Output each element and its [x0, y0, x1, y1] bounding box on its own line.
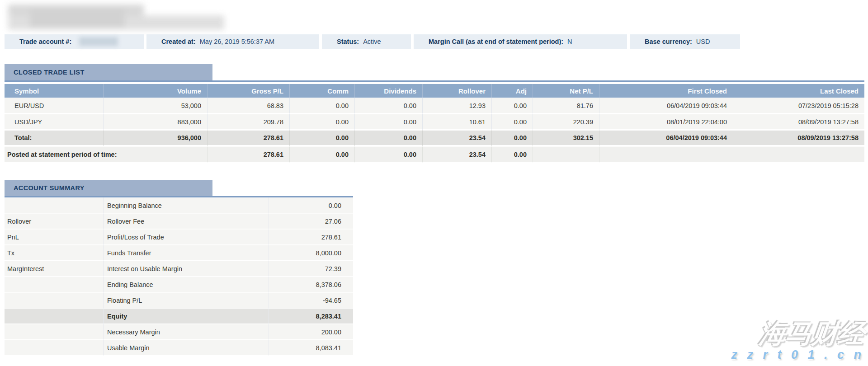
cell-value: 08/09/2019 13:27:58 — [733, 114, 864, 130]
summary-desc: Interest on Usable Margin — [103, 261, 269, 277]
summary-code: Rollover — [5, 213, 103, 229]
summary-code: MargInterest — [5, 261, 103, 277]
posted-value: 0.00 — [289, 146, 354, 163]
summary-desc: Ending Balance — [103, 277, 269, 292]
total-value: 278.61 — [207, 130, 289, 146]
cell-value: 12.93 — [422, 98, 491, 114]
summary-row: Ending Balance8,378.06 — [5, 277, 353, 292]
column-header-net-p-l: Net P/L — [533, 84, 599, 98]
summary-code — [5, 324, 103, 340]
posted-value — [533, 146, 599, 163]
summary-code — [5, 340, 103, 356]
cell-value: 81.76 — [533, 98, 599, 114]
column-header-rollover: Rollover — [422, 84, 491, 98]
total-row: Total:936,000278.610.000.0023.540.00302.… — [5, 130, 864, 146]
column-header-first-closed: First Closed — [599, 84, 733, 98]
total-value: 0.00 — [354, 130, 422, 146]
summary-code — [5, 277, 103, 292]
summary-val: 8,083.41 — [269, 340, 353, 356]
summary-val: 8,000.00 — [269, 245, 353, 261]
info-base-currency: Base currency: USD — [630, 34, 740, 49]
summary-val: 0.00 — [269, 197, 353, 213]
summary-code: PnL — [5, 229, 103, 245]
info-label: Base currency: — [645, 38, 692, 45]
cell-value: 68.83 — [207, 98, 289, 114]
info-label: Status: — [337, 38, 359, 45]
table-header-row: SymbolVolumeGross P/LCommDividendsRollov… — [5, 84, 864, 98]
trade-row: USD/JPY883,000209.780.000.0010.610.00220… — [5, 114, 864, 130]
redacted-account-number — [79, 37, 118, 46]
summary-desc: Usable Margin — [103, 340, 269, 356]
summary-row: Necessary Margin200.00 — [5, 324, 353, 340]
account-info-bar: Trade account #: Created at: May 26, 201… — [5, 34, 740, 49]
cell-value: 10.61 — [422, 114, 491, 130]
summary-row: Usable Margin8,083.41 — [5, 340, 353, 356]
section-title: CLOSED TRADE LIST — [14, 69, 85, 76]
total-value: 936,000 — [103, 130, 207, 146]
cell-symbol: EUR/USD — [5, 98, 103, 114]
summary-val: 200.00 — [269, 324, 353, 340]
cell-value: 0.00 — [289, 114, 354, 130]
info-label: Trade account #: — [19, 38, 71, 45]
summary-desc: Floating P/L — [103, 292, 269, 308]
summary-val: -94.65 — [269, 292, 353, 308]
total-value: 08/09/2019 13:27:58 — [733, 130, 864, 146]
watermark-chinese-text: 海马财经 — [758, 316, 866, 352]
info-status: Status: Active — [322, 34, 411, 49]
column-header-comm: Comm — [289, 84, 354, 98]
summary-val: 8,283.41 — [269, 308, 353, 324]
column-header-adj: Adj — [491, 84, 533, 98]
summary-val: 72.39 — [269, 261, 353, 277]
cell-value: 883,000 — [103, 114, 207, 130]
summary-row: Beginning Balance0.00 — [5, 197, 353, 213]
info-created-at: Created at: May 26, 2019 5:56:37 AM — [146, 34, 319, 49]
total-value: 06/04/2019 09:03:44 — [599, 130, 733, 146]
cell-value: 220.39 — [533, 114, 599, 130]
total-value: 23.54 — [422, 130, 491, 146]
summary-val: 27.06 — [269, 213, 353, 229]
statement-page: Trade account #: Created at: May 26, 201… — [0, 0, 868, 366]
cell-value: 08/01/2019 22:04:00 — [599, 114, 733, 130]
summary-code — [5, 308, 103, 324]
summary-row: MargInterestInterest on Usable Margin72.… — [5, 261, 353, 277]
summary-row: RolloverRollover Fee27.06 — [5, 213, 353, 229]
cell-value: 07/23/2019 05:15:28 — [733, 98, 864, 114]
closed-trade-list-table: SymbolVolumeGross P/LCommDividendsRollov… — [5, 84, 864, 163]
summary-val: 278.61 — [269, 229, 353, 245]
account-summary-table: Beginning Balance0.00RolloverRollover Fe… — [5, 197, 353, 356]
info-value: Active — [363, 38, 381, 45]
total-value: 0.00 — [289, 130, 354, 146]
cell-value: 209.78 — [207, 114, 289, 130]
summary-code: Tx — [5, 245, 103, 261]
posted-label: Posted at statement period of time: — [5, 146, 207, 163]
cell-value: 06/04/2019 09:03:44 — [599, 98, 733, 114]
summary-desc: Equity — [103, 308, 269, 324]
cell-value: 53,000 — [103, 98, 207, 114]
cell-value: 0.00 — [289, 98, 354, 114]
total-value: 302.15 — [533, 130, 599, 146]
column-header-gross-p-l: Gross P/L — [207, 84, 289, 98]
summary-row: TxFunds Transfer8,000.00 — [5, 245, 353, 261]
column-header-dividends: Dividends — [354, 84, 422, 98]
summary-desc: Profit/Loss of Trade — [103, 229, 269, 245]
info-trade-account: Trade account #: — [5, 34, 144, 49]
summary-desc: Beginning Balance — [103, 197, 269, 213]
summary-desc: Necessary Margin — [103, 324, 269, 340]
posted-value: 0.00 — [491, 146, 533, 163]
account-summary-header: ACCOUNT SUMMARY — [5, 180, 212, 196]
posted-value: 0.00 — [354, 146, 422, 163]
cell-value: 0.00 — [491, 114, 533, 130]
posted-value — [599, 146, 733, 163]
trade-row: EUR/USD53,00068.830.000.0012.930.0081.76… — [5, 98, 864, 114]
summary-row: Floating P/L-94.65 — [5, 292, 353, 308]
info-label: Margin Call (as at end of statement peri… — [429, 38, 563, 45]
column-header-symbol: Symbol — [5, 84, 103, 98]
summary-val: 8,378.06 — [269, 277, 353, 292]
info-value: USD — [696, 38, 710, 45]
cell-value: 0.00 — [491, 98, 533, 114]
info-label: Created at: — [161, 38, 196, 45]
info-value: N — [567, 38, 572, 45]
section-title: ACCOUNT SUMMARY — [14, 184, 85, 192]
section-divider — [5, 80, 864, 82]
cell-symbol: USD/JPY — [5, 114, 103, 130]
